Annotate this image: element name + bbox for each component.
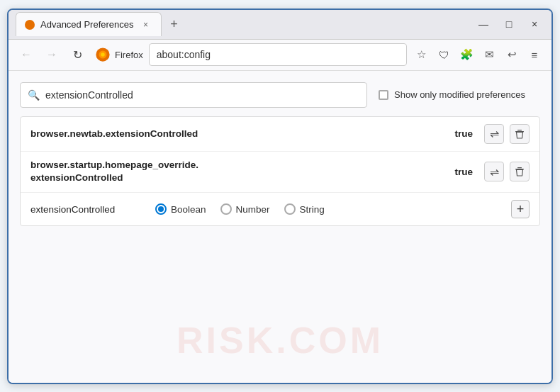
- forward-button[interactable]: →: [41, 44, 62, 65]
- search-row: 🔍 extensionControlled Show only modified…: [20, 82, 540, 108]
- bookmark-icon[interactable]: ☆: [411, 45, 431, 65]
- content-area: RISK.COM 🔍 extensionControlled Show only…: [9, 71, 551, 383]
- maximize-button[interactable]: □: [499, 14, 519, 34]
- pref-row-2: browser.startup.homepage_override. exten…: [21, 152, 539, 194]
- radio-number-label: Number: [236, 204, 270, 215]
- back-button[interactable]: ←: [16, 44, 37, 65]
- pref-name-1: browser.newtab.extensionControlled: [30, 128, 449, 139]
- pref-delete-button-1[interactable]: [510, 124, 530, 144]
- back2-icon[interactable]: ↩: [502, 45, 522, 65]
- address-text: about:config: [157, 49, 211, 60]
- radio-string[interactable]: String: [284, 203, 325, 215]
- search-icon: 🔍: [28, 89, 40, 101]
- pref-actions-1: ⇌: [484, 124, 530, 144]
- pref-delete-button-2[interactable]: [510, 162, 530, 181]
- svg-point-2: [101, 52, 105, 57]
- radio-number-circle[interactable]: [220, 203, 232, 215]
- svg-rect-6: [517, 167, 522, 168]
- extension-icon[interactable]: 🧩: [457, 45, 476, 65]
- radio-boolean-circle[interactable]: [155, 203, 167, 215]
- pref-name-2-line1: browser.startup.homepage_override.: [30, 159, 198, 170]
- pref-name-2-line2: extensionControlled: [30, 172, 123, 183]
- title-bar: Advanced Preferences × + — □ ×: [9, 10, 551, 40]
- pocket-icon[interactable]: 🛡: [434, 45, 454, 65]
- radio-number[interactable]: Number: [220, 203, 270, 215]
- menu-icon[interactable]: ≡: [525, 45, 544, 65]
- trash-icon-1: [515, 129, 525, 139]
- new-tab-button[interactable]: +: [164, 14, 184, 34]
- trash-icon-2: [515, 167, 525, 177]
- radio-boolean-label: Boolean: [171, 204, 206, 215]
- tab-favicon: [25, 20, 35, 30]
- browser-tab[interactable]: Advanced Preferences ×: [16, 12, 162, 36]
- tab-title: Advanced Preferences: [40, 19, 134, 30]
- search-input: extensionControlled: [45, 89, 133, 101]
- pref-row-1: browser.newtab.extensionControlled true …: [21, 117, 539, 152]
- radio-string-circle[interactable]: [284, 203, 296, 215]
- svg-rect-4: [517, 130, 522, 130]
- pref-actions-2: ⇌: [484, 162, 530, 181]
- pref-toggle-button-1[interactable]: ⇌: [484, 124, 504, 144]
- pref-value-2: true: [454, 167, 473, 177]
- search-box[interactable]: 🔍 extensionControlled: [20, 82, 367, 108]
- reload-button[interactable]: ↻: [67, 44, 88, 65]
- show-modified-checkbox-row[interactable]: Show only modified preferences: [379, 89, 525, 100]
- minimize-button[interactable]: —: [474, 14, 493, 34]
- tab-close-button[interactable]: ×: [140, 18, 152, 31]
- browser-name: Firefox: [115, 50, 143, 60]
- browser-window: Advanced Preferences × + — □ × ← → ↻ Fir…: [7, 9, 553, 384]
- add-preference-button[interactable]: +: [511, 200, 530, 218]
- address-bar[interactable]: about:config: [149, 43, 407, 66]
- pref-name-2: browser.startup.homepage_override. exten…: [30, 159, 449, 186]
- new-pref-row: extensionControlled Boolean Number Strin…: [21, 193, 539, 225]
- firefox-logo-icon: [95, 47, 111, 62]
- show-modified-label: Show only modified preferences: [394, 89, 525, 100]
- radio-string-label: String: [300, 204, 325, 215]
- radio-group: Boolean Number String: [155, 203, 325, 215]
- watermark: RISK.COM: [177, 319, 383, 362]
- pref-toggle-button-2[interactable]: ⇌: [484, 162, 504, 181]
- show-modified-checkbox[interactable]: [379, 90, 388, 100]
- radio-boolean[interactable]: Boolean: [155, 203, 206, 215]
- toolbar: ← → ↻ Firefox about:config ☆ 🛡 🧩 ✉ ↩ ≡: [9, 40, 551, 71]
- mail-icon[interactable]: ✉: [479, 45, 499, 65]
- window-close-button[interactable]: ×: [525, 14, 544, 34]
- new-pref-name: extensionControlled: [30, 204, 144, 215]
- preferences-table: browser.newtab.extensionControlled true …: [20, 116, 540, 227]
- pref-value-1: true: [454, 128, 473, 139]
- window-controls: — □ ×: [474, 14, 544, 34]
- toolbar-icons: ☆ 🛡 🧩 ✉ ↩ ≡: [411, 45, 544, 65]
